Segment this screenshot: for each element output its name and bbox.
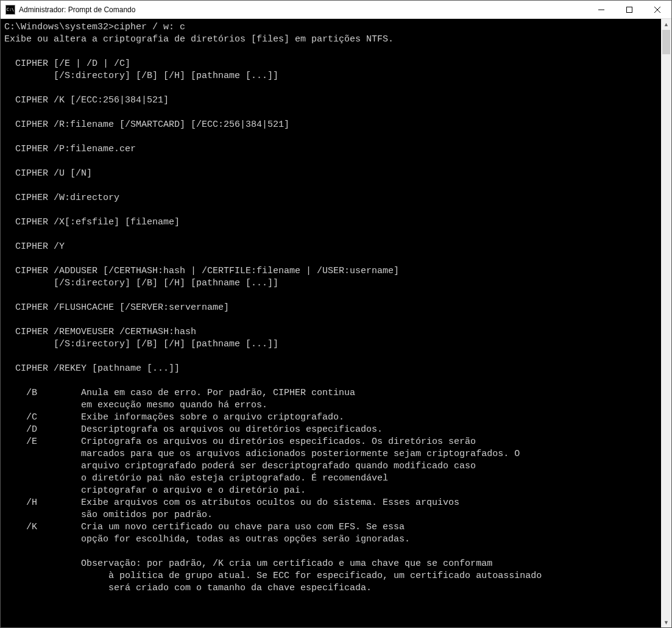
cmd-icon: C:\	[5, 5, 15, 15]
maximize-button[interactable]	[615, 1, 643, 19]
svg-rect-1	[627, 7, 632, 12]
client-area: C:\Windows\system32>cipher / w: c Exibe …	[1, 19, 671, 627]
terminal-output[interactable]: C:\Windows\system32>cipher / w: c Exibe …	[1, 19, 661, 627]
scroll-thumb[interactable]	[662, 30, 670, 54]
scroll-down-arrow[interactable]: ▼	[661, 617, 671, 627]
close-button[interactable]	[643, 1, 671, 19]
window-title: Administrador: Prompt de Comando	[19, 5, 135, 14]
vertical-scrollbar[interactable]: ▲ ▼	[661, 19, 671, 627]
window: C:\ Administrador: Prompt de Comando C:\…	[0, 0, 672, 628]
minimize-button[interactable]	[587, 1, 615, 19]
scroll-up-arrow[interactable]: ▲	[661, 19, 671, 29]
titlebar[interactable]: C:\ Administrador: Prompt de Comando	[1, 1, 671, 19]
